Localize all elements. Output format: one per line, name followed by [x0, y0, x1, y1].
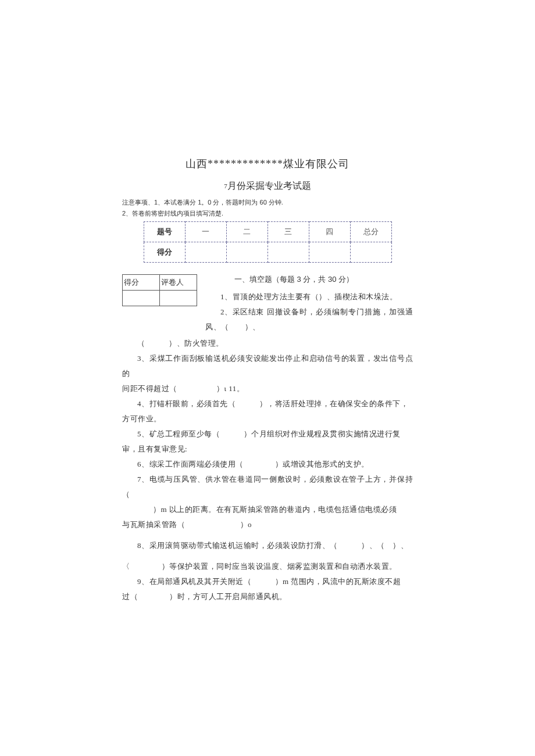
question-9-line-a: 9、在局部通风机及其开关附近（ ）m 范围内，风流中的瓦斯浓度不超 [122, 574, 413, 589]
mini-empty-cell [123, 291, 160, 306]
question-2-line-c: （ ）、防火管理。 [122, 336, 413, 351]
table-row [123, 291, 197, 306]
question-4-line-a: 4、打锚杆眼前，必须首先（ ），将活肝处理掉，在确保安全的条件下， [122, 396, 413, 411]
question-7-line-a: 7、电缆与压风管、供水管在巷道同一侧敷设时，必须敷设在管子上方，并保持（ [122, 472, 413, 502]
question-2-line-a: 2、采区结束回撤设备时，必须编制专门措施，加强通风、（ ）、 [205, 304, 413, 335]
questions-body: （ ）、防火管理。 3、采煤工作面刮板输送机必须安设能发出停止和启动信号的装置，… [122, 336, 413, 604]
section-header-block: 得分 评卷人 一、填空题（每题 3 分，共 30 分） 1、冒顶的处理方法主要有… [122, 274, 413, 335]
col-2: 二 [226, 222, 268, 242]
notice-item-1: 1、本试卷满分 1。0 分，答题时间为 60 分钟. [154, 199, 283, 206]
score-cell [185, 242, 226, 263]
question-8-line-b: 〈 ）等保护装置，同时应当装设温度、烟雾监测装置和自动洒水装置。 [122, 559, 413, 574]
score-cell [350, 242, 391, 263]
score-cell [309, 242, 350, 263]
score-summary-table: 题号 一 二 三 四 总分 得分 [144, 221, 392, 263]
col-total: 总分 [350, 222, 391, 242]
score-cell [226, 242, 268, 263]
notice-line-2: 2、答卷前将密封线内项目填写清楚. [122, 209, 413, 218]
table-row: 得分 评卷人 [123, 275, 197, 291]
mini-score-label: 得分 [123, 275, 160, 291]
question-5-line-b: 审，且有复审意见: [122, 442, 413, 457]
table-row: 题号 一 二 三 四 总分 [144, 222, 391, 242]
mini-grader-label: 评卷人 [160, 275, 197, 291]
exam-subtitle: 7月份采掘专业考试题 [122, 180, 413, 192]
grader-mini-table: 得分 评卷人 [122, 274, 197, 306]
q2-prefix: 2、采区结束 [205, 304, 266, 320]
question-7-line-b: ）m 以上的距离。在有瓦斯抽采管路的巷道内，电缆包括通信电缆必须 [122, 502, 413, 517]
question-3-line-a: 3、采煤工作面刮板输送机必须安设能发出停止和启动信号的装置，发出信号点的 [122, 351, 413, 381]
question-6: 6、综采工作面两端必须使用（ ）或增设其他形式的支护。 [122, 457, 413, 472]
exam-page: 山西*************煤业有限公司 7月份采掘专业考试题 注意事项、1、… [0, 0, 535, 639]
col-1: 一 [185, 222, 226, 242]
question-5-line-a: 5、矿总工程师至少每（ ）个月组织对作业规程及贯彻实施情况进行复 [122, 427, 413, 442]
question-3-line-b: 间距不得超过（ ）ι 11。 [122, 381, 413, 396]
col-4: 四 [309, 222, 350, 242]
row-label-score: 得分 [144, 242, 185, 263]
score-cell [268, 242, 309, 263]
question-7-line-c: 与瓦斯抽采管路（ ）o [122, 517, 413, 532]
mini-empty-cell [160, 291, 197, 306]
company-title: 山西*************煤业有限公司 [122, 157, 413, 171]
section-intro: 一、填空题（每题 3 分，共 30 分） 1、冒顶的处理方法主要有（）、插楔法和… [205, 274, 413, 335]
section-1-title: 一、填空题（每题 3 分，共 30 分） [205, 274, 413, 285]
col-label-number: 题号 [144, 222, 185, 242]
col-3: 三 [268, 222, 309, 242]
question-8-line-a: 8、采用滚筒驱动带式输送机运输时，必须装设防打滑、（ ）、（ ）、 [122, 538, 413, 553]
notice-line-1: 注意事项、1、本试卷满分 1。0 分，答题时间为 60 分钟. [122, 198, 413, 207]
question-9-line-b: 过（ ）时，方可人工开启局部通风机。 [122, 589, 413, 604]
table-row: 得分 [144, 242, 391, 263]
question-1: 1、冒顶的处理方法主要有（）、插楔法和木垛法。 [205, 289, 413, 304]
subtitle-rest: 月份采掘专业考试题 [227, 181, 311, 191]
question-4-line-b: 方可作业。 [122, 411, 413, 427]
notice-label: 注意事项、 [122, 199, 154, 206]
